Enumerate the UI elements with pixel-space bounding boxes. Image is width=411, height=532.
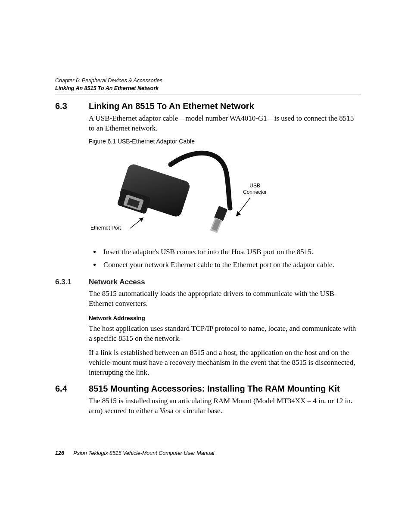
section-6-4-heading: 6.4 8515 Mounting Accessories: Installin… [55, 384, 360, 394]
svg-rect-1 [118, 163, 191, 218]
instruction-list: Insert the adaptor's USB connector into … [89, 246, 360, 270]
subsection-title: Network Access [89, 278, 145, 286]
page-number: 126 [55, 450, 64, 456]
paragraph: The host application uses standard TCP/I… [89, 324, 360, 344]
subsection-number: 6.3.1 [55, 278, 89, 286]
section-number: 6.4 [55, 384, 89, 394]
intro-paragraph: A USB-Ethernet adaptor cable—model numbe… [89, 114, 360, 134]
section-6-3-heading: 6.3 Linking An 8515 To An Ethernet Netwo… [55, 101, 360, 111]
list-item: Connect your network Ethernet cable to t… [101, 259, 360, 271]
header-rule [55, 94, 360, 94]
page-footer: 126 Psion Teklogix 8515 Vehicle-Mount Co… [55, 450, 214, 456]
section-6-4-body: The 8515 is installed using an articulat… [89, 396, 360, 416]
section-title: Linking An 8515 To An Ethernet Network [89, 101, 254, 111]
section-6-3-1-body: The 8515 automatically loads the appropr… [89, 289, 360, 378]
paragraph: If a link is established between an 8515… [89, 348, 360, 378]
svg-marker-9 [139, 218, 143, 222]
running-header: Chapter 6: Peripheral Devices & Accessor… [55, 77, 360, 92]
figure-6-1: Ethernet Port USB Connector [89, 150, 360, 240]
list-item: Insert the adaptor's USB connector into … [101, 246, 360, 258]
header-section: Linking An 8515 To An Ethernet Network [55, 84, 360, 92]
section-6-3-body: A USB-Ethernet adaptor cable—model numbe… [89, 114, 360, 270]
header-chapter: Chapter 6: Peripheral Devices & Accessor… [55, 77, 360, 84]
paragraph: The 8515 is installed using an articulat… [89, 396, 360, 416]
section-title: 8515 Mounting Accessories: Installing Th… [89, 384, 340, 394]
document-page: Chapter 6: Peripheral Devices & Accessor… [0, 0, 411, 532]
manual-title: Psion Teklogix 8515 Vehicle-Mount Comput… [73, 450, 214, 456]
paragraph: The 8515 automatically loads the appropr… [89, 289, 360, 309]
svg-marker-11 [236, 211, 241, 216]
figure-caption: Figure 6.1 USB-Ethernet Adaptor Cable [89, 138, 360, 145]
run-in-heading: Network Addressing [89, 315, 360, 321]
section-6-3-1-heading: 6.3.1 Network Access [55, 278, 360, 286]
usb-connector-label: USB Connector [243, 183, 267, 196]
section-number: 6.3 [55, 101, 89, 111]
ethernet-port-label: Ethernet Port [90, 225, 121, 231]
